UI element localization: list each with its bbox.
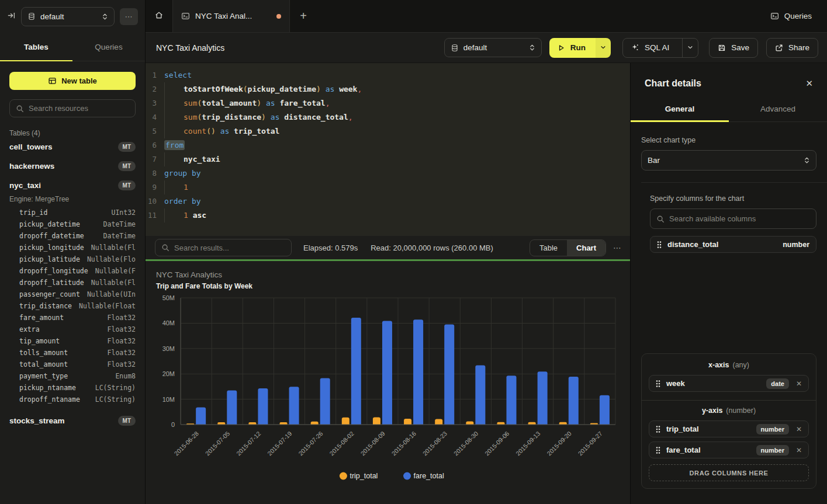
code-line[interactable]: 8group by [146,166,630,180]
close-icon[interactable]: ✕ [805,78,813,89]
code-line[interactable]: 2toStartOfWeek(pickup_datetime) as week, [146,82,630,96]
chevron-updown-icon [102,13,108,20]
sidebar-search[interactable] [9,99,136,117]
save-button[interactable]: Save [709,38,758,58]
sparkle-icon [631,43,639,52]
column-name: trip_total [666,425,699,433]
tab-advanced[interactable]: Advanced [729,97,827,121]
chart-type-selector[interactable]: Bar [641,150,816,171]
code-line[interactable]: 3sum(total_amount) as fare_total, [146,96,630,110]
tab-general[interactable]: General [631,97,729,121]
code-token: ) [257,99,261,107]
table-column-row[interactable]: dropoff_ntanameLC(String) [19,394,136,405]
table-column-row[interactable]: dropoff_datetimeDateTime [19,230,136,242]
code-line[interactable]: 5count() as trip_total [146,124,630,138]
results-search-input[interactable] [174,244,285,252]
engine-badge: MT [118,180,136,190]
y-axis-chip-trip-total[interactable]: trip_total number ✕ [649,420,809,437]
table-column-row[interactable]: trip_idUInt32 [19,207,136,218]
code-line[interactable]: 111 asc [146,208,630,223]
sql-ai-button[interactable]: SQL AI [623,39,677,57]
table-column-row[interactable]: dropoff_latitudeNullable(Fl [19,277,136,289]
svg-text:2015-08-02: 2015-08-02 [328,430,355,457]
new-tab-button[interactable]: + [290,0,317,32]
table-column-row[interactable]: tolls_amountFloat32 [19,347,136,359]
column-type: Float32 [108,337,136,345]
sidebar-database-selector[interactable]: default [21,7,115,26]
remove-icon[interactable]: ✕ [796,380,802,388]
code-line[interactable]: 1select [146,68,630,82]
code-line[interactable]: 91 [146,180,630,194]
drag-columns-drop-zone[interactable]: DRAG COLUMNS HERE [649,464,809,481]
table-row-cell-towers[interactable]: cell_towers MT [9,137,136,157]
table-column-row[interactable]: pickup_datetimeDateTime [19,218,136,230]
table-view-button[interactable]: Table [530,240,567,256]
columns-search[interactable] [650,208,816,229]
svg-text:2015-07-05: 2015-07-05 [204,430,231,457]
svg-text:2015-08-16: 2015-08-16 [390,430,418,457]
remove-icon[interactable]: ✕ [796,425,802,433]
code-token: ) [211,127,216,135]
sql-editor[interactable]: 1select2toStartOfWeek(pickup_datetime) a… [146,63,630,236]
code-token [229,127,234,135]
table-column-row[interactable]: pickup_longitudeNullable(Fl [19,242,136,253]
table-column-row[interactable]: extraFloat32 [19,324,136,335]
sidebar-search-input[interactable] [29,104,129,113]
sidebar-tab-tables[interactable]: Tables [0,33,72,61]
tab-nyc-taxi-analytics[interactable]: NYC Taxi Anal... [173,0,290,32]
elapsed-stat: Elapsed: 0.579s [303,244,358,252]
table-column-row[interactable]: fare_amountFloat32 [19,312,136,324]
columns-search-input[interactable] [669,214,810,223]
home-button[interactable] [146,0,173,32]
y-axis-chip-fare-total[interactable]: fare_total number ✕ [649,442,809,458]
code-token: from [164,140,185,150]
x-axis-chip-week[interactable]: week date ✕ [649,375,809,392]
chart-view-button[interactable]: Chart [567,240,605,256]
table-column-row[interactable]: pickup_ntanameLC(String) [19,382,136,394]
code-line[interactable]: 4sum(trip_distance) as distance_total, [146,110,630,124]
drag-handle-icon[interactable] [656,425,660,433]
header-database-selector[interactable]: default [444,38,542,57]
chart-panel: 010M20M30M40M50M2015-06-282015-07-052015… [146,261,630,504]
table-row-nyc-taxi[interactable]: nyc_taxi MT [9,176,136,195]
drag-handle-icon[interactable] [657,241,662,249]
sidebar-more-button[interactable]: ⋯ [120,8,138,25]
results-bar-chart: 010M20M30M40M50M2015-06-282015-07-052015… [146,261,630,504]
run-options-button[interactable] [596,38,611,58]
table-column-row[interactable]: payment_typeEnum8 [19,370,136,382]
collapse-sidebar-button[interactable] [7,11,16,22]
share-button[interactable]: Share [766,38,818,58]
table-column-row[interactable]: trip_distanceNullable(Float [19,300,136,312]
table-column-row[interactable]: total_amountFloat32 [19,359,136,370]
new-table-button[interactable]: New table [9,72,136,90]
run-button-group: Run [549,38,611,58]
code-line[interactable]: 10order by [146,194,630,208]
column-type: number [783,241,809,249]
sidebar-tab-queries[interactable]: Queries [72,33,145,61]
code-line[interactable]: 6from [146,138,630,152]
drag-handle-icon[interactable] [656,446,660,454]
remove-icon[interactable]: ✕ [796,446,802,454]
table-row-hackernews[interactable]: hackernews MT [9,157,136,176]
available-column-distance-total[interactable]: distance_total number [650,236,816,253]
column-type: Nullable(Flo [87,255,136,263]
run-button[interactable]: Run [549,38,596,58]
code-token: trip_distance [202,113,261,121]
line-number: 10 [146,194,164,208]
sql-ai-options-button[interactable] [682,39,698,57]
table-row-stocks-stream[interactable]: stocks_stream MT [9,411,136,430]
table-column-row[interactable]: dropoff_longitudeNullable(F [19,265,136,277]
results-search[interactable] [155,239,292,256]
indent-guide [164,110,184,124]
table-column-row[interactable]: passenger_countNullable(UIn [19,289,136,300]
code-token: fare_total [279,99,325,107]
column-name: dropoff_longitude [19,267,88,275]
queries-link[interactable]: Queries [770,0,812,32]
table-column-row[interactable]: tip_amountFloat32 [19,335,136,347]
chart-type-label: Select chart type [641,136,816,144]
table-column-row[interactable]: pickup_latitudeNullable(Flo [19,253,136,265]
results-more-button[interactable]: ⋯ [613,243,622,252]
drag-handle-icon[interactable] [656,380,660,388]
code-line[interactable]: 7nyc_taxi [146,152,630,166]
code-token: ) [316,85,321,93]
